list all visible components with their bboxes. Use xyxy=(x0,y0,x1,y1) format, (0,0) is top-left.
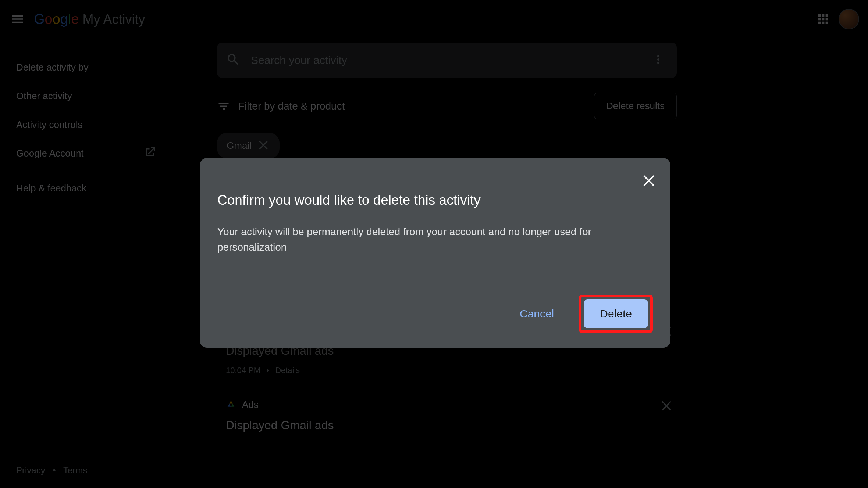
chip-remove-button[interactable] xyxy=(257,138,270,154)
account-avatar[interactable] xyxy=(839,9,859,29)
nav-divider xyxy=(0,171,173,171)
google-apps-button[interactable] xyxy=(814,10,832,28)
search-more-button[interactable] xyxy=(649,50,668,71)
dialog-body: Your activity will be permanently delete… xyxy=(217,224,615,255)
terms-link[interactable]: Terms xyxy=(63,465,87,475)
footer-links: Privacy • Terms xyxy=(0,465,173,488)
nav-google-account[interactable]: Google Account xyxy=(0,139,173,168)
filter-by-date-product[interactable]: Filter by date & product xyxy=(217,100,345,113)
privacy-link[interactable]: Privacy xyxy=(16,465,45,475)
search-icon xyxy=(226,52,241,68)
side-nav: Delete activity by Other activity Activi… xyxy=(0,38,173,488)
activity-meta: 10:04 PM • Details xyxy=(226,366,674,375)
hamburger-icon xyxy=(10,12,25,26)
activity-item: Ads Displayed Gmail ads xyxy=(224,388,676,445)
filter-chip-gmail[interactable]: Gmail xyxy=(217,133,280,159)
nav-other-activity[interactable]: Other activity xyxy=(0,82,173,110)
open-in-new-icon xyxy=(143,146,157,161)
nav-item-label: Google Account xyxy=(16,148,84,159)
close-icon xyxy=(659,398,674,412)
ads-product-icon xyxy=(226,400,236,410)
main-menu-button[interactable] xyxy=(9,10,26,28)
delete-button[interactable]: Delete xyxy=(584,299,648,328)
product-name: My Activity xyxy=(83,12,145,27)
nav-activity-controls[interactable]: Activity controls xyxy=(0,110,173,139)
filter-label: Filter by date & product xyxy=(238,100,345,112)
close-icon xyxy=(640,171,657,188)
apps-grid-icon xyxy=(816,12,830,26)
nav-item-label: Other activity xyxy=(16,90,72,102)
chip-label: Gmail xyxy=(227,140,252,151)
google-logo: Google My Activity xyxy=(34,11,145,27)
nav-delete-activity-by[interactable]: Delete activity by xyxy=(0,53,173,82)
activity-details-link[interactable]: Details xyxy=(275,366,300,375)
delete-button-label: Delete xyxy=(600,308,632,320)
filter-list-icon xyxy=(217,100,230,113)
search-bar xyxy=(217,43,677,78)
footer-separator: • xyxy=(53,465,56,475)
dialog-title: Confirm you would like to delete this ac… xyxy=(217,193,653,208)
activity-time: 10:04 PM xyxy=(226,366,260,375)
activity-title: Displayed Gmail ads xyxy=(226,419,674,432)
filter-chip-row: Gmail xyxy=(217,133,677,159)
delete-results-label: Delete results xyxy=(606,100,665,111)
filter-row: Filter by date & product Delete results xyxy=(217,93,677,119)
more-vert-icon xyxy=(652,53,665,66)
confirm-delete-dialog: Confirm you would like to delete this ac… xyxy=(200,158,670,348)
nav-help-feedback[interactable]: Help & feedback xyxy=(0,174,173,202)
cancel-button[interactable]: Cancel xyxy=(509,301,564,327)
dialog-actions: Cancel Delete xyxy=(217,295,653,333)
nav-item-label: Activity controls xyxy=(16,119,83,130)
close-icon xyxy=(257,138,270,151)
cancel-button-label: Cancel xyxy=(520,308,554,320)
dialog-close-button[interactable] xyxy=(640,171,657,190)
tutorial-highlight: Delete xyxy=(579,295,653,333)
search-input[interactable] xyxy=(251,54,649,67)
app-header: Google My Activity xyxy=(0,0,868,38)
activity-delete-button[interactable] xyxy=(659,398,674,414)
nav-item-label: Delete activity by xyxy=(16,62,89,73)
nav-item-label: Help & feedback xyxy=(16,183,86,194)
activity-product-label: Ads xyxy=(242,399,259,410)
delete-results-button[interactable]: Delete results xyxy=(594,93,677,119)
